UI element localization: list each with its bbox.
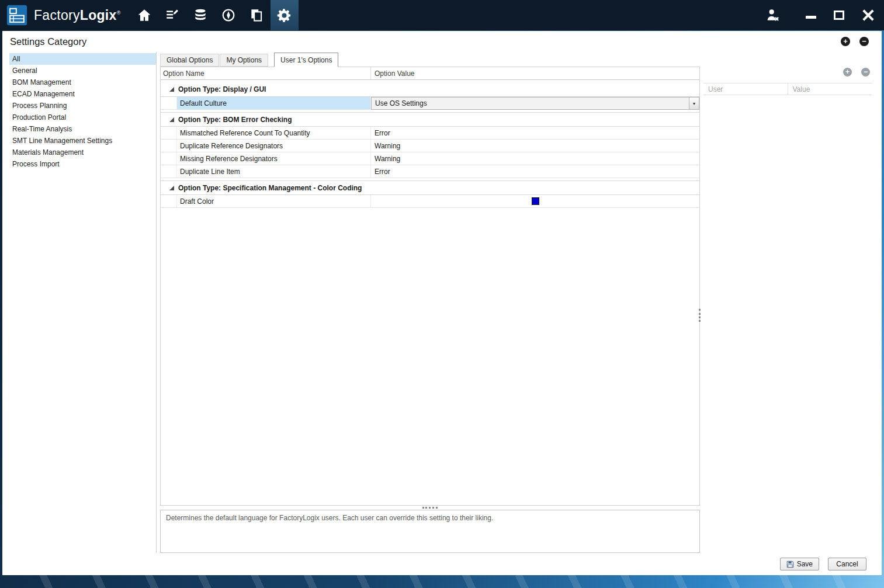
group-row-bom-error-checking[interactable]: Option Type: BOM Error Checking (161, 112, 699, 127)
add-button[interactable]: + (841, 37, 850, 46)
app-window: FactoryLogix® (0, 0, 884, 30)
row-indicator (161, 127, 177, 139)
vertical-splitter[interactable] (699, 309, 701, 322)
window-frame: Settings Category + − All General BOM Ma… (0, 30, 884, 588)
dropdown-selected-value: Use OS Settings (372, 99, 427, 107)
production-compass-icon[interactable] (214, 0, 242, 30)
user-overrides-actions: + − (703, 65, 872, 78)
dropdown-chevron-icon[interactable]: ▼ (689, 98, 699, 109)
sidebar-item-bom-management[interactable]: BOM Management (9, 76, 156, 88)
group-expander-icon (169, 87, 174, 92)
remove-button[interactable]: − (859, 37, 869, 46)
tab-my-options[interactable]: My Options (220, 54, 268, 67)
draft-color-swatch[interactable] (532, 197, 539, 205)
sidebar-item-smt-line-management-settings[interactable]: SMT Line Management Settings (9, 135, 156, 147)
option-row-draft-color[interactable]: Draft Color (161, 195, 699, 208)
close-button[interactable] (862, 9, 875, 22)
row-indicator (161, 165, 177, 178)
column-header-user[interactable]: User (703, 83, 788, 95)
option-value-cell: Error (371, 165, 699, 178)
option-name-cell: Duplicate Reference Designators (177, 140, 371, 152)
user-overrides-body (703, 95, 872, 553)
option-row-duplicate-line-item[interactable]: Duplicate Line Item Error (161, 165, 699, 178)
add-user-override-button[interactable]: + (843, 68, 852, 76)
tab-user1-options[interactable]: User 1's Options (274, 53, 338, 67)
sidebar-item-real-time-analysis[interactable]: Real-Time Analysis (9, 123, 156, 135)
option-description: Determines the default language for Fact… (160, 510, 700, 553)
main-area: All General BOM Management ECAD Manageme… (2, 52, 882, 553)
option-value-cell: Use OS Settings ▼ (371, 97, 699, 109)
option-row-mismatched-reference-count[interactable]: Mismatched Reference Count To Quantity E… (161, 127, 699, 140)
settings-gear-icon[interactable] (271, 0, 299, 30)
minimize-icon (806, 16, 816, 19)
group-title: Option Type: Specification Management - … (178, 184, 362, 192)
options-section: Global Options My Options User 1's Optio… (160, 52, 700, 553)
group-expander-icon (169, 117, 174, 122)
user-overrides-header: User Value (703, 83, 872, 95)
engineering-edit-icon[interactable] (158, 0, 186, 30)
remove-user-override-button[interactable]: − (861, 68, 870, 76)
group-row-specification-color-coding[interactable]: Option Type: Specification Management - … (161, 180, 699, 195)
maximize-icon (834, 11, 844, 20)
save-disk-icon (786, 561, 794, 568)
titlebar: FactoryLogix® (0, 0, 884, 30)
option-row-duplicate-reference-designators[interactable]: Duplicate Reference Designators Warning (161, 140, 699, 152)
column-header-option-value[interactable]: Option Value (371, 67, 699, 79)
option-name-cell: Duplicate Line Item (177, 165, 371, 178)
column-header-option-name[interactable]: Option Name (161, 67, 371, 79)
home-icon[interactable] (130, 0, 158, 30)
sidebar-item-general[interactable]: General (9, 65, 156, 76)
category-actions: + − (841, 37, 869, 46)
default-culture-dropdown[interactable]: Use OS Settings ▼ (371, 97, 699, 110)
option-name-cell: Default Culture (177, 97, 371, 109)
group-row-display-gui[interactable]: Option Type: Display / GUI (161, 82, 699, 97)
user-logout-icon[interactable] (765, 7, 781, 23)
factorylogix-logo-icon (6, 4, 28, 26)
user-overrides-panel: + − User Value (703, 52, 872, 553)
option-value-cell: Warning (371, 140, 699, 152)
splitter-grip-icon[interactable] (422, 507, 438, 509)
option-value-cell: Warning (371, 152, 699, 165)
group-expander-icon (169, 186, 174, 190)
save-button-label: Save (797, 560, 813, 568)
materials-stack-icon[interactable] (186, 0, 214, 30)
option-name-cell: Missing Reference Designators (177, 152, 371, 165)
settings-category-list: All General BOM Management ECAD Manageme… (9, 52, 157, 553)
row-indicator (161, 140, 177, 152)
column-header-value[interactable]: Value (788, 83, 873, 95)
cancel-button[interactable]: Cancel (828, 558, 866, 570)
sidebar-item-all[interactable]: All (9, 53, 156, 65)
main-toolbar (130, 0, 299, 30)
page-title: Settings Category (10, 36, 86, 47)
row-indicator (161, 97, 177, 109)
option-name-cell: Mismatched Reference Count To Quantity (177, 127, 371, 139)
save-button[interactable]: Save (780, 558, 819, 570)
reports-documents-icon[interactable] (242, 0, 271, 30)
option-value-cell (371, 195, 699, 207)
option-name-cell: Draft Color (177, 195, 371, 207)
options-grid: Option Name Option Value Option Type: Di… (160, 67, 700, 506)
option-value-cell: Error (371, 127, 699, 139)
close-icon (862, 9, 875, 22)
group-title: Option Type: BOM Error Checking (178, 116, 292, 124)
tab-global-options[interactable]: Global Options (160, 54, 219, 67)
maximize-button[interactable] (834, 11, 844, 20)
options-tabs: Global Options My Options User 1's Optio… (160, 52, 700, 67)
option-row-default-culture[interactable]: Default Culture Use OS Settings ▼ (161, 97, 699, 110)
settings-page: Settings Category + − All General BOM Ma… (2, 31, 882, 575)
sidebar-item-materials-management[interactable]: Materials Management (9, 147, 156, 158)
sidebar-item-process-planning[interactable]: Process Planning (9, 100, 156, 112)
app-title: FactoryLogix® (34, 8, 121, 23)
option-row-missing-reference-designators[interactable]: Missing Reference Designators Warning (161, 152, 699, 165)
app-name-regular: Factory (34, 8, 80, 23)
row-indicator (161, 195, 177, 207)
horizontal-splitter[interactable] (160, 506, 700, 510)
registered-mark: ® (117, 10, 121, 16)
window-controls (765, 7, 884, 23)
app-name-bold: Logix (80, 8, 117, 23)
sidebar-item-process-import[interactable]: Process Import (9, 158, 156, 170)
minimize-button[interactable] (806, 12, 816, 19)
sidebar-item-production-portal[interactable]: Production Portal (9, 112, 156, 123)
row-indicator (161, 152, 177, 165)
sidebar-item-ecad-management[interactable]: ECAD Management (9, 88, 156, 100)
